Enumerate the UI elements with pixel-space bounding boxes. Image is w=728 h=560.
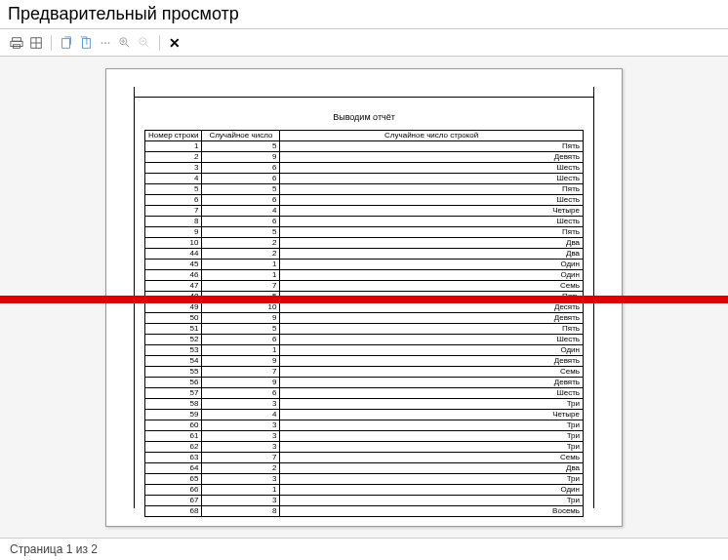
table-cell: 54	[145, 356, 202, 367]
table-cell: Девять	[280, 356, 584, 367]
print-icon[interactable]	[8, 34, 25, 52]
table-row: 477Семь	[145, 281, 584, 292]
report-title: Выводим отчёт	[144, 87, 584, 130]
table-cell: 6	[202, 174, 280, 184]
table-cell: 66	[145, 485, 202, 496]
table-cell: Пять	[280, 324, 584, 335]
zoom-out-icon[interactable]	[136, 34, 153, 52]
table-cell: 3	[202, 474, 280, 485]
table-cell: 6	[202, 195, 280, 206]
table-cell: 9	[145, 227, 202, 238]
table-row: 461Один	[145, 270, 584, 281]
page-prev-icon[interactable]	[77, 34, 95, 52]
table-cell: 58	[145, 399, 202, 410]
table-cell: Один	[280, 345, 584, 356]
table-cell: 7	[202, 281, 280, 292]
svg-line-12	[126, 43, 130, 47]
table-cell: 9	[202, 152, 280, 163]
table-cell: 51	[145, 324, 202, 335]
zoom-in-icon[interactable]	[116, 34, 134, 52]
table-row: 661Один	[145, 485, 584, 496]
table-cell: 3	[202, 496, 280, 506]
table-cell: Три	[280, 442, 584, 453]
table-cell: 3	[202, 431, 280, 442]
table-cell: Два	[280, 249, 584, 260]
table-cell: 1	[202, 270, 280, 281]
margin-line	[135, 97, 593, 98]
table-row: 442Два	[145, 249, 584, 260]
table-row: 623Три	[145, 442, 584, 453]
table-row: 583Три	[145, 399, 584, 410]
table-row: 86Шесть	[145, 217, 584, 227]
table-cell: 52	[145, 335, 202, 345]
table-row: 549Девять	[145, 356, 584, 367]
close-icon[interactable]: ✕	[166, 34, 183, 52]
table-cell: 10	[202, 302, 280, 313]
table-cell: 5	[202, 227, 280, 238]
table-cell: 2	[145, 152, 202, 163]
table-cell: 53	[145, 345, 202, 356]
page-next-icon[interactable]	[58, 34, 75, 52]
table-row: 4910Десять	[145, 302, 584, 313]
table-cell: 4	[202, 206, 280, 217]
table-cell: 64	[145, 463, 202, 474]
table-cell: 56	[145, 378, 202, 388]
table-cell: Пять	[280, 141, 584, 152]
svg-point-8	[101, 42, 103, 44]
table-cell: 1	[202, 345, 280, 356]
table-cell: Девять	[280, 378, 584, 388]
table-cell: Семь	[280, 281, 584, 292]
table-cell: 5	[202, 141, 280, 152]
table-cell: 9	[202, 356, 280, 367]
table-cell: 5	[145, 184, 202, 195]
table-cell: Семь	[280, 453, 584, 463]
table-cell: Шесть	[280, 335, 584, 345]
table-cell: 10	[145, 238, 202, 249]
table-cell: 59	[145, 410, 202, 420]
table-cell: Один	[280, 260, 584, 270]
table-cell: 45	[145, 260, 202, 270]
grid-icon[interactable]	[27, 34, 45, 52]
table-row: 95Пять	[145, 227, 584, 238]
table-cell: 1	[202, 260, 280, 270]
table-row: 688Восемь	[145, 506, 584, 517]
table-cell: 8	[202, 506, 280, 517]
table-cell: 6	[202, 335, 280, 345]
table-cell: 9	[202, 378, 280, 388]
table-cell: Два	[280, 238, 584, 249]
table-row: 55Пять	[145, 184, 584, 195]
table-cell: Пять	[280, 184, 584, 195]
window-title: Предварительный просмотр	[0, 0, 728, 29]
table-cell: Десять	[280, 302, 584, 313]
table-cell: 50	[145, 313, 202, 324]
table-cell: 4	[145, 174, 202, 184]
table-cell: 5	[202, 184, 280, 195]
table-row: 594Четыре	[145, 410, 584, 420]
table-row: 531Один	[145, 345, 584, 356]
table-cell: Девять	[280, 152, 584, 163]
table-row: 36Шесть	[145, 163, 584, 174]
table-row: 576Шесть	[145, 388, 584, 399]
table-row: 569Девять	[145, 378, 584, 388]
svg-rect-6	[62, 38, 70, 48]
table-cell: 55	[145, 367, 202, 378]
separator	[51, 35, 52, 51]
table-cell: 5	[202, 324, 280, 335]
table-cell: 57	[145, 388, 202, 399]
more-icon[interactable]	[97, 34, 114, 52]
table-cell: Семь	[280, 367, 584, 378]
table-cell: Три	[280, 474, 584, 485]
table-cell: Четыре	[280, 410, 584, 420]
column-header: Случайное число	[202, 131, 280, 141]
table-cell: 9	[202, 313, 280, 324]
table-row: 46Шесть	[145, 174, 584, 184]
preview-area: Выводим отчёт Номер строкиСлучайное числ…	[0, 57, 728, 544]
toolbar: ✕	[0, 29, 728, 57]
table-cell: 61	[145, 431, 202, 442]
table-cell: 3	[202, 442, 280, 453]
table-cell: 8	[145, 217, 202, 227]
table-row: 557Семь	[145, 367, 584, 378]
svg-point-9	[104, 42, 106, 44]
table-cell: 7	[202, 367, 280, 378]
table-cell: 65	[145, 474, 202, 485]
